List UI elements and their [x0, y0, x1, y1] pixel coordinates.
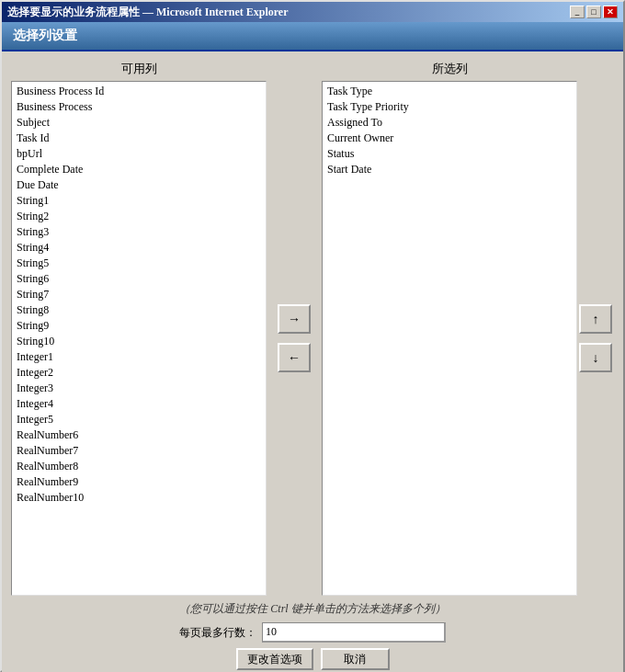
move-down-button[interactable]: ↓: [579, 343, 612, 372]
list-item[interactable]: Task Type: [324, 84, 574, 99]
list-item[interactable]: Start Date: [324, 162, 574, 177]
list-item[interactable]: RealNumber6: [14, 427, 264, 443]
list-item[interactable]: Integer1: [14, 349, 264, 365]
order-buttons: ↑ ↓: [577, 304, 614, 372]
list-item[interactable]: Integer3: [14, 381, 264, 396]
list-item[interactable]: String4: [14, 240, 264, 256]
confirm-button[interactable]: 更改首选项: [236, 648, 313, 670]
list-item[interactable]: Business Process: [14, 99, 264, 115]
available-column-label: 可用列: [11, 61, 267, 77]
close-button[interactable]: ✕: [603, 6, 618, 18]
list-item[interactable]: Integer2: [14, 365, 264, 381]
list-item[interactable]: Task Id: [14, 131, 264, 146]
hint-text: （您可以通过按住 Ctrl 键并单击的方法来选择多个列）: [179, 601, 445, 617]
list-item[interactable]: String3: [14, 224, 264, 240]
list-item[interactable]: Complete Date: [14, 162, 264, 177]
list-item[interactable]: Integer4: [14, 396, 264, 412]
maximize-button[interactable]: □: [586, 6, 601, 18]
available-list[interactable]: Business Process IdBusiness ProcessSubje…: [11, 81, 267, 596]
list-item[interactable]: String2: [14, 209, 264, 224]
list-item[interactable]: bpUrl: [14, 146, 264, 162]
window: 选择要显示的业务流程属性 — Microsoft Internet Explor…: [0, 0, 625, 672]
title-bar-buttons: _ □ ✕: [570, 6, 618, 18]
content-area: 可用列 所选列 Business Process IdBusiness Proc…: [2, 51, 623, 672]
bottom-area: （您可以通过按住 Ctrl 键并单击的方法来选择多个列） 每页最多行数： 更改首…: [11, 596, 614, 672]
list-item[interactable]: Assigned To: [324, 115, 574, 131]
list-item[interactable]: String6: [14, 271, 264, 287]
rows-row: 每页最多行数：: [179, 622, 446, 643]
move-right-button[interactable]: →: [278, 304, 311, 334]
title-bar: 选择要显示的业务流程属性 — Microsoft Internet Explor…: [2, 2, 623, 22]
transfer-buttons: → ←: [267, 304, 322, 372]
move-left-button[interactable]: ←: [278, 343, 311, 372]
window-title: 选择要显示的业务流程属性 — Microsoft Internet Explor…: [7, 5, 289, 20]
list-item[interactable]: String1: [14, 193, 264, 209]
selected-column-label: 所选列: [322, 61, 577, 77]
minimize-button[interactable]: _: [570, 6, 585, 18]
selected-list[interactable]: Task TypeTask Type PriorityAssigned ToCu…: [322, 81, 577, 596]
list-item[interactable]: String9: [14, 318, 264, 334]
lists-row: Business Process IdBusiness ProcessSubje…: [11, 81, 614, 596]
window-body: 选择列设置 可用列 所选列 Business Process IdBusines…: [2, 22, 623, 672]
list-item[interactable]: String7: [14, 287, 264, 302]
rows-input[interactable]: [262, 622, 446, 643]
panel-header: 选择列设置: [2, 22, 623, 51]
list-item[interactable]: Due Date: [14, 177, 264, 193]
list-item[interactable]: RealNumber9: [14, 474, 264, 490]
move-up-button[interactable]: ↑: [579, 304, 612, 334]
list-item[interactable]: RealNumber10: [14, 490, 264, 506]
columns-header: 可用列 所选列: [11, 61, 614, 77]
list-item[interactable]: String10: [14, 334, 264, 349]
list-item[interactable]: String5: [14, 256, 264, 271]
rows-label: 每页最多行数：: [179, 625, 256, 641]
list-item[interactable]: String8: [14, 302, 264, 318]
cancel-button[interactable]: 取消: [321, 648, 390, 670]
list-item[interactable]: Task Type Priority: [324, 99, 574, 115]
list-item[interactable]: Business Process Id: [14, 84, 264, 99]
list-item[interactable]: Integer5: [14, 412, 264, 427]
list-item[interactable]: Current Owner: [324, 131, 574, 146]
list-item[interactable]: RealNumber7: [14, 443, 264, 459]
list-item[interactable]: RealNumber8: [14, 459, 264, 474]
list-item[interactable]: Subject: [14, 115, 264, 131]
action-buttons: 更改首选项 取消: [236, 648, 390, 670]
list-item[interactable]: Status: [324, 146, 574, 162]
